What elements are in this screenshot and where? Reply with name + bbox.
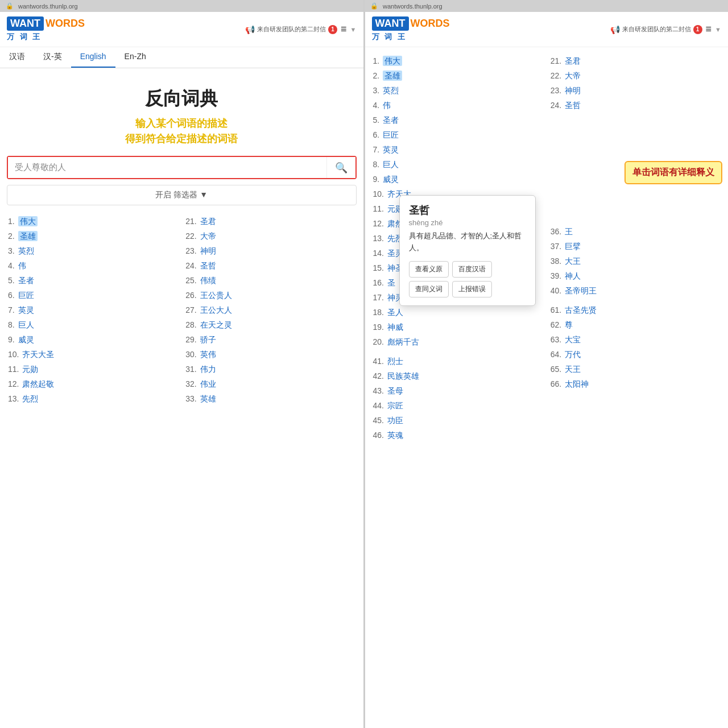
results-grid: 1. 伟大 2. 圣雄 3. 英烈 4. 伟 5. 圣者 6. 巨匠 7. 英灵… <box>7 214 357 407</box>
hero-title: 反向词典 <box>7 86 357 111</box>
list-item[interactable]: 11. 元勋 <box>7 362 179 377</box>
list-item[interactable]: 12. 肃然起敬 <box>7 377 179 392</box>
popup-definition: 具有超凡品德、才智的人;圣人和哲人。 <box>409 230 526 254</box>
notification-badge: 1 <box>328 25 337 34</box>
list-item[interactable]: 62. 尊 <box>549 318 721 333</box>
logo-words: WORDS <box>46 18 85 30</box>
list-item[interactable]: 7. 英灵 <box>372 143 544 158</box>
right-logo-words: WORDS <box>411 18 450 30</box>
list-item[interactable]: 2. 圣雄 <box>372 69 544 84</box>
list-item[interactable]: 3. 英烈 <box>7 244 179 259</box>
list-item[interactable]: 5. 圣者 <box>7 274 179 288</box>
list-item[interactable]: 6. 巨匠 <box>7 288 179 303</box>
list-item[interactable]: 33. 英雄 <box>184 392 356 407</box>
list-item[interactable]: 9. 威灵 <box>372 172 544 187</box>
filter-button[interactable]: 开启 筛选器 ▼ <box>7 185 357 205</box>
list-item[interactable]: 19. 神威 <box>372 320 544 335</box>
callout-banner: 单击词语有详细释义 <box>624 161 722 184</box>
list-item[interactable]: 1. 伟大 <box>7 214 179 229</box>
list-item[interactable]: 3. 英烈 <box>372 84 544 98</box>
list-item[interactable]: 39. 神人 <box>549 269 721 284</box>
list-item[interactable]: 46. 英魂 <box>372 428 544 443</box>
list-item[interactable]: 44. 宗匠 <box>372 399 544 413</box>
list-item[interactable]: 10. 齐天大圣 <box>7 348 179 362</box>
right-notification-text: 来自研发团队的第二封信 <box>622 25 691 34</box>
list-item[interactable]: 61. 古圣先贤 <box>549 303 721 318</box>
list-item[interactable]: 9. 威灵 <box>7 333 179 348</box>
right-notification-badge: 1 <box>693 25 702 34</box>
search-button[interactable]: 🔍 <box>326 157 355 178</box>
tab-en-zh[interactable]: En-Zh <box>115 47 155 68</box>
hero-subtitle: 输入某个词语的描述 得到符合给定描述的词语 <box>7 116 357 147</box>
list-item <box>549 113 721 122</box>
list-item[interactable]: 23. 神明 <box>184 244 356 259</box>
popup-btn-tongyi[interactable]: 查同义词 <box>409 281 449 297</box>
list-item[interactable]: 36. 王 <box>549 225 721 239</box>
list-item[interactable]: 4. 伟 <box>372 98 544 113</box>
notification-text: 来自研发团队的第二封信 <box>257 25 326 34</box>
list-item[interactable]: 25. 伟绩 <box>184 274 356 288</box>
lock-icon: 🔒 <box>6 2 14 10</box>
tab-hanyu[interactable]: 汉语 <box>0 47 34 68</box>
list-item[interactable]: 20. 彪炳千古 <box>372 335 544 350</box>
notification-area[interactable]: 📢 来自研发团队的第二封信 1 <box>245 25 337 34</box>
hero-subtitle-line1: 输入某个词语的描述 <box>7 116 357 131</box>
search-input[interactable] <box>8 157 326 178</box>
list-item[interactable]: 13. 先烈 <box>7 392 179 407</box>
popup-btn-report[interactable]: 上报错误 <box>452 281 492 297</box>
list-item[interactable]: 27. 王公大人 <box>184 303 356 318</box>
logo: WANT WORDS 万 词 王 <box>7 16 85 42</box>
right-results-col-right: 21. 圣君 22. 大帝 23. 神明 24. 圣哲 36. 王 37. 巨擘… <box>549 54 721 443</box>
list-item[interactable]: 41. 烈士 <box>372 354 544 369</box>
list-item[interactable]: 22. 大帝 <box>549 69 721 84</box>
list-item[interactable]: 6. 巨匠 <box>372 128 544 143</box>
left-nav-tabs: 汉语 汉-英 English En-Zh <box>0 47 363 68</box>
list-item[interactable]: 40. 圣帝明王 <box>549 284 721 299</box>
list-item[interactable]: 24. 圣哲 <box>549 98 721 113</box>
menu-icon[interactable]: ≡ <box>341 23 347 35</box>
right-logo-sub: 万 词 王 <box>372 32 450 42</box>
list-item[interactable]: 30. 英伟 <box>184 348 356 362</box>
right-notification-area[interactable]: 📢 来自研发团队的第二封信 1 <box>610 25 702 34</box>
list-item[interactable]: 5. 圣者 <box>372 113 544 128</box>
list-item[interactable]: 43. 圣母 <box>372 384 544 399</box>
list-item[interactable]: 32. 伟业 <box>184 377 356 392</box>
right-menu-icon[interactable]: ≡ <box>706 23 712 35</box>
popup-actions: 查看义原 百度汉语 查同义词 上报错误 <box>409 261 526 297</box>
list-item[interactable]: 66. 太阳神 <box>549 377 721 392</box>
popup-btn-chakan[interactable]: 查看义原 <box>409 261 449 278</box>
left-content: 反向词典 输入某个词语的描述 得到符合给定描述的词语 🔍 开启 筛选器 ▼ 1.… <box>0 68 363 728</box>
header-right: 📢 来自研发团队的第二封信 1 ≡ ▼ <box>245 23 356 35</box>
list-item[interactable]: 45. 功臣 <box>372 413 544 428</box>
list-item[interactable]: 21. 圣君 <box>549 54 721 69</box>
list-item[interactable]: 23. 神明 <box>549 84 721 98</box>
tab-english[interactable]: English <box>71 47 115 68</box>
popup-pinyin: shèng zhé <box>409 218 526 227</box>
tab-han-en[interactable]: 汉-英 <box>34 47 71 68</box>
list-item[interactable]: 22. 大帝 <box>184 229 356 244</box>
list-item[interactable]: 1. 伟大 <box>372 54 544 69</box>
list-item[interactable]: 18. 圣人 <box>372 305 544 320</box>
list-item[interactable]: 65. 天王 <box>549 362 721 377</box>
list-item[interactable]: 7. 英灵 <box>7 303 179 318</box>
list-item[interactable]: 42. 民族英雄 <box>372 369 544 384</box>
list-item[interactable]: 2. 圣雄 <box>7 229 179 244</box>
logo-want: WANT <box>7 16 44 31</box>
list-item[interactable]: 26. 王公贵人 <box>184 288 356 303</box>
list-item[interactable]: 64. 万代 <box>549 348 721 362</box>
list-item[interactable]: 21. 圣君 <box>184 214 356 229</box>
list-item[interactable]: 63. 大宝 <box>549 333 721 348</box>
left-panel: WANT WORDS 万 词 王 📢 来自研发团队的第二封信 1 ≡ ▼ 汉语 … <box>0 12 363 728</box>
right-menu-dropdown-arrow: ▼ <box>715 26 721 33</box>
list-item[interactable]: 31. 伟力 <box>184 362 356 377</box>
list-item[interactable]: 28. 在天之灵 <box>184 318 356 333</box>
list-item[interactable]: 4. 伟 <box>7 259 179 274</box>
list-item[interactable]: 24. 圣哲 <box>184 259 356 274</box>
popup-btn-baidu[interactable]: 百度汉语 <box>452 261 492 278</box>
list-item[interactable]: 8. 巨人 <box>7 318 179 333</box>
list-item[interactable]: 37. 巨擘 <box>549 239 721 254</box>
list-item[interactable]: 38. 大王 <box>549 254 721 269</box>
list-item[interactable]: 8. 巨人 <box>372 158 544 172</box>
left-url: wantwords.thunlp.org <box>18 3 78 10</box>
list-item[interactable]: 29. 骄子 <box>184 333 356 348</box>
